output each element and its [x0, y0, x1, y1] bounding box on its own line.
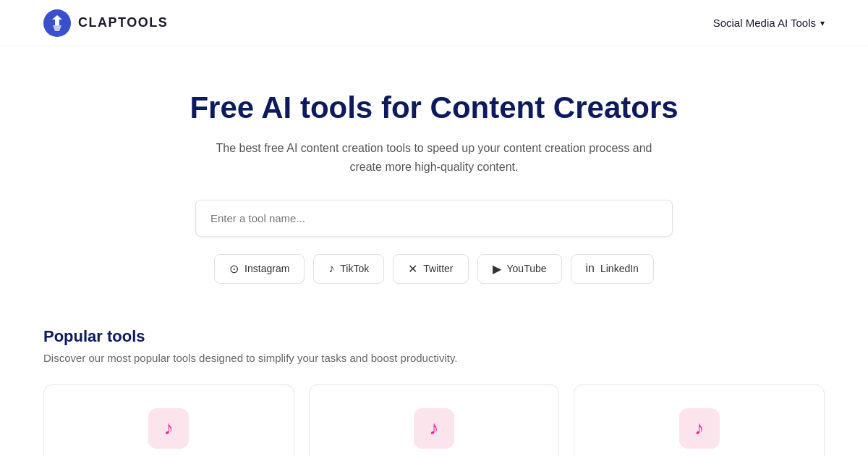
- pill-label-linkedin: LinkedIn: [600, 263, 639, 274]
- tiktok-icon: ♪: [694, 417, 704, 439]
- tiktok-icon: ♪: [429, 417, 438, 439]
- filter-pill-linkedin[interactable]: inLinkedIn: [571, 254, 654, 284]
- claptools-logo-icon: [43, 9, 71, 37]
- filter-pill-instagram[interactable]: ⊙Instagram: [214, 254, 305, 284]
- nav-menu-label: Social Media AI Tools: [713, 17, 816, 29]
- hero-section: Free AI tools for Content Creators The b…: [0, 46, 868, 313]
- tiktok-icon: ♪: [328, 262, 334, 275]
- filter-pill-twitter[interactable]: ✕Twitter: [393, 254, 468, 284]
- filter-pill-youtube[interactable]: ▶YouTube: [477, 254, 562, 284]
- hero-subtitle: The best free AI content creation tools …: [199, 139, 669, 176]
- pill-label-tiktok: TikTok: [340, 263, 369, 274]
- logo-text: CLAPTOOLS: [78, 15, 168, 30]
- tool-card-tiktok-hook-generator[interactable]: ♪ TikTok Hook Generator Craft compelling…: [309, 384, 560, 456]
- hero-title: Free AI tools for Content Creators: [190, 90, 678, 126]
- search-input[interactable]: [195, 200, 673, 237]
- pill-label-instagram: Instagram: [244, 263, 289, 274]
- linkedin-icon: in: [586, 262, 595, 275]
- pill-label-youtube: YouTube: [507, 263, 547, 274]
- tool-card-tiktok-script-writer[interactable]: ♪ TikTok Script Writer Generate engaging…: [43, 384, 294, 456]
- youtube-icon: ▶: [493, 262, 501, 276]
- tool-icon-wrap-tiktok-hook-generator: ♪: [414, 408, 454, 449]
- chevron-down-icon: ▾: [820, 18, 825, 28]
- tiktok-icon: ♪: [164, 417, 174, 439]
- logo[interactable]: CLAPTOOLS: [43, 9, 168, 37]
- tool-icon-wrap-tiktok-script-writer: ♪: [148, 408, 189, 449]
- instagram-icon: ⊙: [229, 262, 239, 276]
- header: CLAPTOOLS Social Media AI Tools ▾: [0, 0, 868, 46]
- tool-icon-wrap-tiktok-money-calculator: ♪: [679, 408, 720, 449]
- filter-pill-tiktok[interactable]: ♪TikTok: [313, 254, 384, 284]
- twitter-icon: ✕: [408, 262, 417, 276]
- tool-card-tiktok-money-calculator[interactable]: ♪ TikTok Money Calculator Instantly gene…: [574, 384, 825, 456]
- nav-menu[interactable]: Social Media AI Tools ▾: [713, 17, 825, 29]
- popular-section-title: Popular tools: [43, 327, 825, 346]
- popular-section-subtitle: Discover our most popular tools designed…: [43, 352, 825, 364]
- filter-pills: ⊙Instagram♪TikTok✕Twitter▶YouTubeinLinke…: [214, 254, 654, 284]
- tools-grid: ♪ TikTok Script Writer Generate engaging…: [43, 384, 825, 456]
- pill-label-twitter: Twitter: [423, 263, 453, 274]
- popular-section: Popular tools Discover our most popular …: [0, 313, 868, 456]
